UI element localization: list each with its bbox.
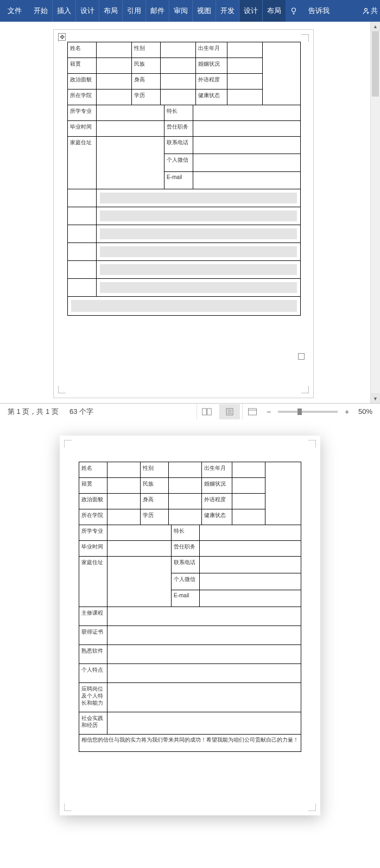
section-row[interactable] xyxy=(68,225,300,243)
tab-references[interactable]: 引用 xyxy=(123,0,146,22)
label-gender: 性别 xyxy=(132,42,161,58)
section-row[interactable] xyxy=(68,189,300,207)
scroll-up-icon[interactable]: ▲ xyxy=(371,22,380,31)
zoom-in-button[interactable]: + xyxy=(343,407,351,416)
margin-corner xyxy=(308,803,316,811)
scroll-down-icon[interactable]: ▼ xyxy=(371,393,380,403)
label-personality: 个人特点 xyxy=(79,664,107,682)
zoom-level[interactable]: 50% xyxy=(358,407,372,416)
page-1[interactable]: ✥ 姓名 性别 出生年月 籍贯 xyxy=(53,29,314,398)
table-move-handle-icon[interactable]: ✥ xyxy=(58,33,66,41)
footer-row[interactable] xyxy=(68,297,300,315)
label-origin: 籍贯 xyxy=(68,58,97,73)
tab-mailings[interactable]: 邮件 xyxy=(146,0,169,22)
label-experience: 社会实践和经历 xyxy=(79,712,107,734)
label-certs: 获得证书 xyxy=(79,626,107,644)
preview-area: 姓名性别出生年月 籍贯民族婚姻状况 政治面貌身高外语程度 所在学院学历健康状态 … xyxy=(0,419,380,848)
resume-table[interactable]: 姓名 性别 出生年月 籍贯 民族 婚姻状况 xyxy=(67,42,301,316)
value-birth[interactable] xyxy=(227,42,262,58)
section-row[interactable] xyxy=(68,243,300,261)
zoom-slider-knob[interactable] xyxy=(297,409,302,415)
value-gender[interactable] xyxy=(161,42,196,58)
label-phone: 联系电话 xyxy=(164,137,193,154)
web-layout-button[interactable] xyxy=(242,404,263,419)
photo-cell[interactable] xyxy=(262,42,300,105)
resume-table-preview: 姓名性别出生年月 籍贯民族婚姻状况 政治面貌身高外语程度 所在学院学历健康状态 … xyxy=(79,462,301,752)
tab-review[interactable]: 审阅 xyxy=(169,0,193,22)
label-software: 熟悉软件 xyxy=(79,645,107,663)
footer-statement: 相信您的信任与我的实力将为我们带来共同的成功！希望我能为咱们公司贡献自己的力量！ xyxy=(79,735,301,751)
svg-point-3 xyxy=(365,8,368,11)
label-political: 政治面貌 xyxy=(68,74,97,89)
share-button[interactable]: 共 xyxy=(360,0,380,22)
status-bar: 第 1 页，共 1 页 63 个字 − + 50% xyxy=(0,403,380,419)
value-name[interactable] xyxy=(97,42,132,58)
svg-point-0 xyxy=(292,8,296,12)
tab-insert[interactable]: 插入 xyxy=(53,0,76,22)
ribbon: 文件 开始 插入 设计 布局 引用 邮件 审阅 视图 开发 设计 布局 告诉我 … xyxy=(0,0,380,22)
label-courses: 主修课程 xyxy=(79,607,107,626)
svg-rect-12 xyxy=(249,409,257,415)
tab-table-design[interactable]: 设计 xyxy=(239,0,263,22)
page-counter[interactable]: 第 1 页，共 1 页 xyxy=(8,407,59,417)
label-position-desc: 应聘岗位及个人特长和能力 xyxy=(79,683,107,712)
section-row[interactable] xyxy=(68,261,300,279)
word-counter[interactable]: 63 个字 xyxy=(69,407,93,417)
section-row[interactable] xyxy=(68,279,300,297)
label-ethnic: 民族 xyxy=(132,58,161,73)
section-row[interactable] xyxy=(68,207,300,225)
margin-corner xyxy=(64,803,72,811)
share-label: 共 xyxy=(371,6,378,16)
scroll-thumb[interactable] xyxy=(372,31,379,97)
label-email: E-mail xyxy=(164,172,193,189)
margin-corner xyxy=(301,386,309,393)
read-mode-button[interactable] xyxy=(197,404,217,419)
label-name: 姓名 xyxy=(68,42,97,58)
document-canvas[interactable]: ✥ 姓名 性别 出生年月 籍贯 xyxy=(0,22,370,403)
vertical-scrollbar[interactable]: ▲ ▼ xyxy=(370,22,380,403)
tab-view[interactable]: 视图 xyxy=(193,0,216,22)
label-gradtime: 毕业时间 xyxy=(68,121,97,136)
margin-corner xyxy=(64,440,72,448)
margin-corner xyxy=(301,34,309,42)
page-preview: 姓名性别出生年月 籍贯民族婚姻状况 政治面貌身高外语程度 所在学院学历健康状态 … xyxy=(60,436,320,815)
margin-corner xyxy=(308,440,316,448)
label-birth: 出生年月 xyxy=(196,42,227,58)
tab-table-layout[interactable]: 布局 xyxy=(263,0,286,22)
print-layout-button[interactable] xyxy=(219,404,240,419)
photo-cell xyxy=(265,462,301,525)
word-app-window: 文件 开始 插入 设计 布局 引用 邮件 审阅 视图 开发 设计 布局 告诉我 … xyxy=(0,0,380,419)
tell-me-search[interactable]: 告诉我 xyxy=(302,0,336,22)
label-specialty: 特长 xyxy=(164,105,193,120)
tab-layout[interactable]: 布局 xyxy=(99,0,123,22)
tab-design[interactable]: 设计 xyxy=(76,0,99,22)
label-address: 家庭住址 xyxy=(68,137,97,189)
label-education: 学历 xyxy=(132,90,161,105)
tab-file[interactable]: 文件 xyxy=(0,0,29,22)
label-major: 所学专业 xyxy=(68,105,97,120)
zoom-slider[interactable] xyxy=(278,411,338,413)
zoom-out-button[interactable]: − xyxy=(265,407,273,416)
tab-home[interactable]: 开始 xyxy=(29,0,53,22)
svg-rect-6 xyxy=(202,409,207,415)
margin-corner xyxy=(58,386,66,393)
label-wechat: 个人微信 xyxy=(164,154,193,171)
label-position: 曾任职务 xyxy=(164,121,193,136)
label-health: 健康状态 xyxy=(196,90,227,105)
lightbulb-icon[interactable] xyxy=(286,0,302,22)
label-marital: 婚姻状况 xyxy=(196,58,227,73)
svg-rect-7 xyxy=(207,409,212,415)
label-height: 身高 xyxy=(132,74,161,89)
tab-developer[interactable]: 开发 xyxy=(216,0,239,22)
label-language: 外语程度 xyxy=(196,74,227,89)
label-college: 所在学院 xyxy=(68,90,97,105)
table-resize-handle-icon[interactable] xyxy=(298,353,305,360)
